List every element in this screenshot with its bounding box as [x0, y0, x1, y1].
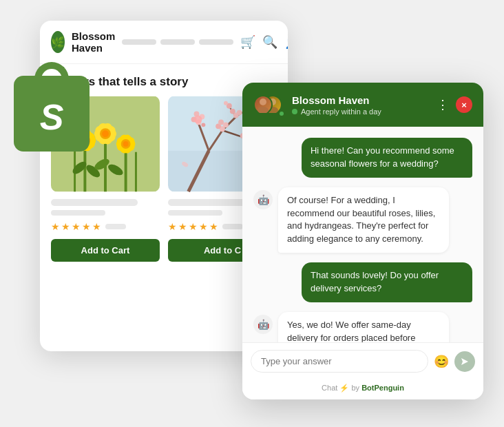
star-2-1: ★	[168, 221, 177, 232]
chat-footer: Chat ⚡ by BotPenguin	[242, 379, 483, 399]
message-row-4: 🤖 Yes, we do! We offer same-day delivery…	[253, 312, 472, 342]
product-name-bar-1	[51, 199, 138, 206]
brand-logo: 🌿	[51, 31, 65, 53]
message-row-3: That sounds lovely! Do you offer deliver…	[253, 262, 472, 302]
chat-header-info: Blossom Haven Agent reply within a day	[292, 94, 430, 116]
svg-point-66	[258, 107, 269, 113]
account-icon[interactable]: 👤	[284, 34, 288, 50]
chat-footer-text: Chat	[322, 384, 339, 392]
chat-brand-name: Blossom Haven	[292, 94, 430, 106]
chat-header: Blossom Haven Agent reply within a day ⋮…	[242, 83, 483, 127]
online-indicator	[278, 110, 285, 117]
emoji-button[interactable]: 😊	[434, 354, 449, 369]
avatar-1	[253, 95, 273, 114]
chat-input-area: 😊	[242, 342, 483, 379]
close-button[interactable]: ×	[456, 96, 472, 113]
svg-point-65	[260, 98, 266, 105]
star-1-5: ★	[92, 221, 101, 232]
bolt-icon: ⚡	[339, 384, 349, 392]
chat-window: Blossom Haven Agent reply within a day ⋮…	[242, 83, 483, 399]
svg-marker-69	[461, 358, 468, 365]
star-2-3: ★	[189, 221, 198, 232]
message-bubble-2: Of course! For a wedding, I recommend ou…	[278, 187, 449, 253]
chat-input[interactable]	[251, 350, 428, 373]
brand-name: Blossom Haven	[72, 30, 115, 54]
message-bubble-1: Hi there! Can you recommend some seasona…	[302, 138, 472, 178]
chat-footer-by: by	[351, 384, 361, 392]
cart-icon[interactable]: 🛒	[240, 34, 255, 50]
star-1-1: ★	[51, 221, 60, 232]
bot-avatar-2: 🤖	[253, 315, 273, 334]
shopify-bag: S	[14, 62, 90, 152]
svg-point-51	[223, 122, 229, 127]
chat-messages: Hi there! Can you recommend some seasona…	[242, 127, 483, 342]
nav-pill-1	[122, 39, 156, 45]
svg-point-54	[230, 109, 235, 114]
svg-point-55	[237, 110, 242, 116]
star-1-4: ★	[82, 221, 91, 232]
bag-body: S	[14, 76, 90, 152]
message-bubble-4: Yes, we do! We offer same-day delivery f…	[278, 312, 449, 342]
send-button[interactable]	[454, 351, 475, 372]
nav-pills	[122, 39, 233, 45]
avatar-1-svg	[255, 96, 271, 113]
star-1-2: ★	[61, 221, 70, 232]
nav-pill-2	[160, 39, 195, 45]
star-2-5: ★	[209, 221, 218, 232]
svg-point-48	[194, 116, 202, 124]
svg-point-22	[102, 130, 109, 137]
star-2-2: ★	[178, 221, 187, 232]
chat-status-text: Agent reply within a day	[301, 107, 381, 116]
message-row-2: 🤖 Of course! For a wedding, I recommend …	[253, 187, 472, 253]
svg-point-57	[224, 101, 228, 105]
product-price-bar-1	[51, 210, 105, 216]
chat-status: Agent reply within a day	[292, 107, 430, 116]
message-bubble-3: That sounds lovely! Do you offer deliver…	[302, 262, 472, 302]
svg-point-29	[123, 141, 129, 147]
product-price-bar-2	[168, 210, 222, 216]
svg-point-52	[218, 119, 224, 125]
leaf-icon: 🌿	[51, 36, 65, 49]
nav-pill-3	[199, 39, 233, 45]
send-icon	[460, 357, 470, 366]
chat-header-actions: ⋮ ×	[437, 96, 472, 113]
status-dot	[292, 109, 297, 114]
rating-bar-1	[105, 224, 126, 229]
header-icons: 🛒 🔍 👤	[240, 34, 288, 50]
star-2-4: ★	[199, 221, 208, 232]
more-options-button[interactable]: ⋮	[437, 97, 449, 112]
search-icon[interactable]: 🔍	[262, 34, 277, 50]
svg-point-47	[201, 123, 205, 127]
ecommerce-header: 🌿 Blossom Haven 🛒 🔍 👤	[40, 21, 288, 64]
product-stars-1: ★ ★ ★ ★ ★	[51, 221, 160, 232]
message-row-1: Hi there! Can you recommend some seasona…	[253, 138, 472, 178]
shopify-s-letter: S	[40, 99, 64, 135]
avatar-group	[253, 92, 285, 117]
star-1-3: ★	[72, 221, 81, 232]
add-to-cart-button-1[interactable]: Add to Cart	[51, 239, 160, 262]
botpenguin-brand: BotPenguin	[361, 384, 404, 392]
bot-avatar-1: 🤖	[253, 190, 273, 209]
rating-bar-2	[222, 224, 243, 229]
